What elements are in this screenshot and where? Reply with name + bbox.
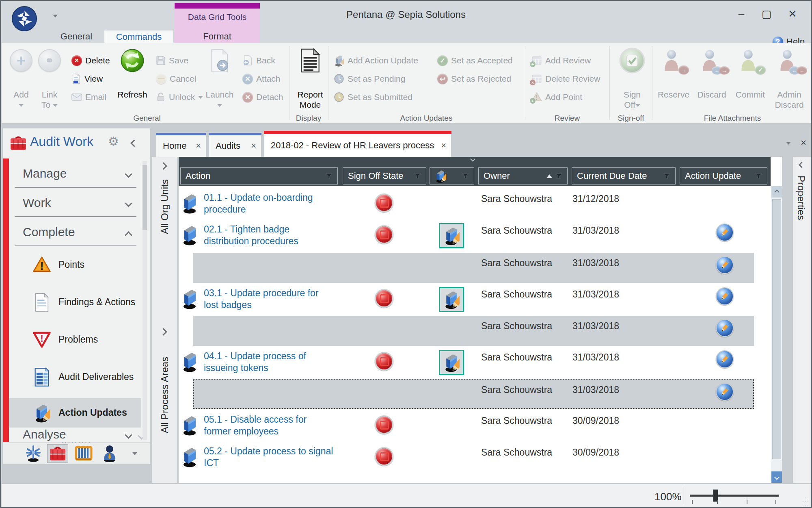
user-module-button[interactable] [99, 444, 120, 463]
tab-home-close-icon[interactable]: × [196, 141, 201, 151]
grid-scrollbar[interactable] [771, 186, 782, 483]
action-update-pencil-icon[interactable] [716, 319, 734, 337]
scroll-down-button[interactable] [771, 471, 782, 483]
action-link[interactable]: 03.1 - Update procedure for lost badges [204, 287, 334, 311]
tab-active-audit[interactable]: 2018-02 - Review of HR Leavers process × [264, 131, 451, 157]
action-link[interactable]: 05.1 - Disable access for former employe… [204, 414, 334, 437]
filter-icon[interactable] [555, 173, 562, 179]
table-row[interactable]: 03.1 - Update procedure for lost badges … [179, 284, 771, 315]
sidebar-section-complete[interactable]: Complete [23, 225, 136, 239]
back-button[interactable]: Back [242, 53, 275, 68]
tab-home[interactable]: Home × [156, 133, 206, 157]
filter-icon[interactable] [663, 173, 670, 179]
maximize-button[interactable]: ▢ [758, 7, 775, 21]
sidebar-collapse-icon[interactable] [130, 139, 138, 147]
sidebar-scrollbar-thumb[interactable] [143, 165, 147, 230]
sidebar-scrollbar[interactable] [143, 161, 147, 440]
grid-top-strip[interactable] [179, 157, 771, 165]
action-update-pencil-icon[interactable] [716, 383, 734, 401]
cancel-button[interactable]: — Cancel [156, 72, 196, 86]
planning-module-button[interactable] [73, 444, 94, 463]
delete-button[interactable]: ×Delete [71, 53, 110, 68]
link-to-button[interactable]: ⚭ Link To [30, 46, 69, 110]
sidebar-item-findings-actions[interactable]: Findings & Actions [9, 288, 141, 317]
action-update-pencil-icon[interactable] [716, 287, 734, 305]
action-link[interactable]: 04.1 - Update process of issueing tokens [204, 350, 334, 374]
tab-close-all-icon[interactable]: × [801, 137, 806, 148]
sidebar-section-manage[interactable]: Manage [23, 167, 136, 180]
sign-off-state-icon[interactable] [375, 352, 393, 371]
ribbon-tab-format[interactable]: Format [182, 30, 253, 43]
set-as-submitted-button[interactable]: Set as Submitted [334, 90, 412, 104]
reserve-button[interactable]: → Reserve [654, 46, 693, 100]
properties-panel-label[interactable]: Properties [795, 176, 807, 220]
close-button[interactable]: ✕ [784, 7, 801, 21]
add-action-update-button[interactable]: Add Action Update [334, 53, 418, 68]
analyse-module-button[interactable] [23, 444, 44, 463]
zoom-slider[interactable] [690, 484, 779, 508]
filter-icon[interactable] [414, 173, 421, 179]
launch-button[interactable]: Launch [200, 46, 239, 110]
zoom-slider-track[interactable] [690, 495, 779, 497]
refresh-button[interactable]: Refresh [113, 46, 152, 100]
properties-expand-icon[interactable] [799, 162, 805, 168]
process-areas-band-label[interactable]: All Process Areas [159, 357, 171, 433]
table-row[interactable]: 02.1 - Tighten badge distribution proced… [179, 220, 771, 251]
action-update-pencil-icon[interactable] [716, 224, 734, 241]
sidebar-section-work[interactable]: Work [23, 196, 136, 210]
sign-off-state-icon[interactable] [375, 289, 393, 308]
org-units-expand-icon[interactable] [160, 162, 167, 169]
sidebar-item-audit-deliverables[interactable]: Audit Deliverables [9, 363, 141, 392]
grid-expand-chevron-icon[interactable] [470, 156, 475, 162]
action-update-indicator-icon[interactable] [439, 350, 464, 375]
add-review-button[interactable]: + Add Review [531, 53, 591, 68]
table-row[interactable]: 04.1 - Update process of issueing tokens… [179, 347, 771, 378]
admin-discard-button[interactable]: ← → Admin Discard [770, 46, 809, 110]
attach-button[interactable]: ✕ Attach [242, 72, 281, 86]
column-header-sign-off-state[interactable]: Sign Off State [343, 167, 426, 185]
filter-icon[interactable] [755, 173, 762, 179]
action-link[interactable]: 02.1 - Tighten badge distribution proced… [204, 224, 334, 247]
action-update-pencil-icon[interactable] [716, 350, 734, 368]
action-update-pencil-icon[interactable] [716, 256, 734, 274]
discard-button[interactable]: ← → Discard [692, 46, 731, 100]
set-as-accepted-button[interactable]: ✓ Set as Accepted [437, 53, 513, 68]
table-row[interactable]: 01.1 - Update on-boarding procedure Sara… [179, 189, 771, 219]
minimize-button[interactable]: – [732, 7, 750, 21]
action-update-indicator-icon[interactable] [439, 287, 464, 312]
unlock-button[interactable]: Unlock [156, 90, 203, 104]
detach-button[interactable]: ✕ Detach [242, 90, 283, 104]
column-header-action-update-icon[interactable] [430, 167, 474, 185]
commit-button[interactable]: ✓ Commit [731, 46, 770, 100]
table-row[interactable]: 05.1 - Disable access for former employe… [179, 410, 771, 441]
table-row[interactable]: 05.2 - Update process to signal ICT Sara… [179, 442, 771, 473]
email-button[interactable]: Email [71, 90, 107, 104]
update-sub-row[interactable]: Sara Schouwstra 31/03/2018 [193, 316, 754, 346]
view-button[interactable]: View [71, 72, 103, 86]
sidebar-item-points[interactable]: Points [9, 250, 141, 280]
sign-off-button[interactable]: Sign Off [613, 46, 652, 110]
filter-icon[interactable] [462, 173, 469, 179]
delete-review-button[interactable]: × Delete Review [531, 72, 600, 86]
sign-off-state-icon[interactable] [375, 415, 393, 434]
report-mode-button[interactable]: Report Mode [291, 46, 330, 110]
grid-scrollbar-thumb[interactable] [772, 199, 781, 459]
tab-audits-close-icon[interactable]: × [251, 141, 256, 151]
ribbon-tab-commands[interactable]: Commands [104, 30, 174, 43]
tab-audits[interactable]: Audits × [209, 133, 261, 157]
sidebar-item-action-updates[interactable]: Action Updates [9, 398, 141, 428]
ribbon-tab-general[interactable]: General [58, 30, 95, 43]
save-button[interactable]: Save [156, 53, 188, 68]
tab-list-dropdown-icon[interactable] [786, 142, 791, 145]
column-header-owner[interactable]: Owner [478, 167, 568, 185]
sign-off-state-icon[interactable] [375, 225, 393, 244]
filter-icon[interactable] [326, 173, 333, 179]
column-header-action[interactable]: Action [180, 167, 338, 185]
set-as-pending-button[interactable]: Set as Pending [334, 72, 405, 86]
org-units-band-label[interactable]: All Org Units [159, 179, 171, 234]
action-link[interactable]: 01.1 - Update on-boarding procedure [204, 192, 334, 215]
add-point-button[interactable]: + Add Point [531, 90, 582, 104]
modules-overflow-icon[interactable] [132, 452, 137, 455]
scroll-up-button[interactable] [771, 186, 782, 198]
sign-off-state-icon[interactable] [375, 447, 393, 466]
